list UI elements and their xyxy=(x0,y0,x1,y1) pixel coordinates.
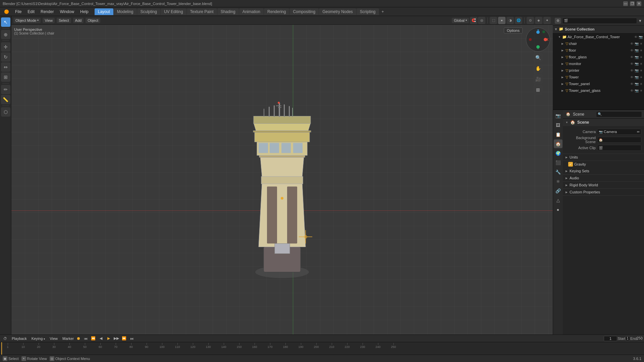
viewport-shading-wire[interactable]: ⬚ xyxy=(490,17,497,24)
proportional-edit-button[interactable]: ◎ xyxy=(478,17,485,24)
gravity-checkbox[interactable]: ✓ xyxy=(568,162,573,167)
grid-gizmo-button[interactable]: ⊞ xyxy=(533,85,543,95)
render-vis-icon[interactable]: ☀ xyxy=(640,55,643,59)
add-menu[interactable]: Add xyxy=(73,18,84,23)
object-menu[interactable]: Object xyxy=(86,18,100,23)
tab-geometry-nodes[interactable]: Geometry Nodes xyxy=(319,8,356,15)
eye-icon[interactable]: 👁 xyxy=(630,69,634,72)
end-frame[interactable]: 250 xyxy=(637,336,642,341)
camera-vis-icon[interactable]: 📷 xyxy=(635,69,639,72)
eye-icon[interactable]: 👁 xyxy=(630,89,634,93)
constraints-props-button[interactable]: 🔗 xyxy=(554,186,562,195)
cursor-tool-button[interactable]: ⊕ xyxy=(1,30,10,39)
active-clip-value[interactable]: 🎬 xyxy=(597,145,641,151)
tab-layout[interactable]: Layout xyxy=(95,8,113,15)
viewport-shading-solid[interactable]: ● xyxy=(498,17,505,24)
eye-icon[interactable]: 👁 xyxy=(630,82,634,86)
data-props-button[interactable]: △ xyxy=(554,196,562,204)
render-vis-icon[interactable]: ☀ xyxy=(640,42,643,46)
render-props-button[interactable]: 📷 xyxy=(554,111,562,120)
units-section[interactable]: ▶ Units xyxy=(563,154,644,161)
outliner-item-floor-glass[interactable]: ▶ ▽ floor_glass 👁 📷 ☀ xyxy=(553,54,644,60)
world-props-button[interactable]: 🌍 xyxy=(554,149,562,158)
measure-tool-button[interactable]: 📏 xyxy=(1,95,10,104)
menu-blender[interactable]: 🟠 xyxy=(1,9,12,15)
viewport-options-button[interactable]: Options xyxy=(504,27,523,34)
tab-texture-paint[interactable]: Texture Paint xyxy=(187,8,217,15)
camera-vis-icon[interactable]: 📷 xyxy=(635,75,639,79)
add-workspace-button[interactable]: + xyxy=(380,9,386,15)
3d-viewport[interactable]: User Perspective (1) Scene Collection | … xyxy=(11,25,553,335)
next-frame-button[interactable]: ▶▶ xyxy=(113,335,120,342)
move-tool-button[interactable]: ✛ xyxy=(1,42,10,52)
window-controls[interactable]: — ❐ ✕ xyxy=(623,1,641,6)
view-mode-selector[interactable]: Object Mode ▾ xyxy=(13,18,41,23)
add-tool-button[interactable]: ⬡ xyxy=(1,107,10,117)
show-overlays-button[interactable]: ◈ xyxy=(535,17,542,24)
prev-keyframe-button[interactable]: ⏪ xyxy=(90,335,97,342)
camera-vis-icon[interactable]: 📷 xyxy=(639,35,643,39)
scene-section-header[interactable]: ▼ 🏠 Scene xyxy=(563,119,644,126)
eye-icon[interactable]: 👁 xyxy=(630,55,634,59)
background-scene-value[interactable]: 🏠 xyxy=(597,137,641,143)
eye-icon[interactable]: 👁 xyxy=(634,35,638,39)
camera-edit-icon[interactable]: ✏ xyxy=(637,130,640,134)
snap-button[interactable]: 🧲 xyxy=(470,17,477,24)
start-frame[interactable]: 1 xyxy=(625,336,630,341)
object-props-button[interactable]: ⬛ xyxy=(554,158,562,167)
prev-frame-button[interactable]: ◀ xyxy=(98,335,104,342)
menu-window[interactable]: Window xyxy=(57,9,77,15)
menu-render[interactable]: Render xyxy=(38,9,56,15)
material-props-button[interactable]: ● xyxy=(554,205,562,214)
camera-vis-icon[interactable]: 📷 xyxy=(635,89,639,93)
select-menu[interactable]: Select xyxy=(57,18,71,23)
outliner-item-monitor[interactable]: ▶ ▽ monitor 👁 📷 ☀ xyxy=(553,60,644,67)
jump-start-button[interactable]: ⏮ xyxy=(82,335,89,342)
camera-vis-icon[interactable]: 📷 xyxy=(635,49,639,52)
eye-icon[interactable]: 👁 xyxy=(630,49,634,52)
play-button[interactable]: ▶ xyxy=(105,335,112,342)
annotate-tool-button[interactable]: ✏ xyxy=(1,85,10,94)
render-vis-icon[interactable]: ☀ xyxy=(640,62,643,66)
outliner-item-tower-panel[interactable]: ▶ ▽ Tower_panel 👁 📷 ☀ xyxy=(553,80,644,87)
tab-uv-editing[interactable]: UV Editing xyxy=(161,8,186,15)
properties-search-input[interactable] xyxy=(596,111,642,117)
menu-file[interactable]: File xyxy=(12,9,24,15)
view-layer-props-button[interactable]: 📋 xyxy=(554,130,562,139)
jump-end-button[interactable]: ⏭ xyxy=(128,335,135,342)
physics-props-button[interactable]: ⚛ xyxy=(554,177,562,186)
outliner-item-tower[interactable]: ▶ ▽ Tower 👁 📷 ☀ xyxy=(553,74,644,80)
camera-vis-icon[interactable]: 📷 xyxy=(635,82,639,86)
view-menu-timeline[interactable]: View xyxy=(48,336,59,341)
eye-icon[interactable]: 👁 xyxy=(630,42,634,46)
xray-button[interactable]: ✦ xyxy=(543,17,551,24)
tab-shading[interactable]: Shading xyxy=(217,8,239,15)
output-props-button[interactable]: 🖼 xyxy=(554,121,562,129)
view-menu[interactable]: View xyxy=(43,18,55,23)
outliner-item-tower-panel-glass[interactable]: ▶ ▽ Tower_panel_glass 👁 📷 ☀ xyxy=(553,87,644,94)
minimize-button[interactable]: — xyxy=(623,1,628,6)
tab-modeling[interactable]: Modeling xyxy=(114,8,137,15)
modifier-props-button[interactable]: 🔧 xyxy=(554,168,562,176)
playback-menu[interactable]: Playback xyxy=(10,336,28,341)
outliner-search-input[interactable] xyxy=(562,18,637,24)
timeline-ruler[interactable]: 1 10 20 30 40 50 60 70 80 90 100 110 120… xyxy=(0,342,644,355)
viewport-shading-lpe[interactable]: ◑ xyxy=(506,17,514,24)
tab-scripting[interactable]: Scripting xyxy=(357,8,379,15)
camera-gizmo-button[interactable]: 🎥 xyxy=(533,74,543,84)
eye-icon[interactable]: 👁 xyxy=(630,62,634,66)
outliner-item-floor[interactable]: ▶ ▽ floor 👁 📷 ☀ xyxy=(553,47,644,54)
render-vis-icon[interactable]: ☀ xyxy=(640,49,643,52)
next-keyframe-button[interactable]: ⏩ xyxy=(121,335,127,342)
camera-vis-icon[interactable]: 📷 xyxy=(635,62,639,66)
outliner-collection-item[interactable]: ▼ 📁 Air_Force_Base_Control_Tower 👁 📷 xyxy=(553,34,644,40)
restore-button[interactable]: ❐ xyxy=(630,1,635,6)
current-frame-display[interactable]: 1 xyxy=(604,336,617,341)
scene-props-button[interactable]: 🏠 xyxy=(554,139,562,148)
render-vis-icon[interactable]: ☀ xyxy=(640,69,643,72)
camera-value[interactable]: 📷 Camera ✏ xyxy=(597,129,641,135)
outliner-filter-icon[interactable]: ▼ xyxy=(638,19,642,23)
rigid-body-world-section[interactable]: ▶ Rigid Body World xyxy=(563,182,644,189)
outliner-item-printer[interactable]: ▶ ▽ printer 👁 📷 ☀ xyxy=(553,67,644,74)
menu-help[interactable]: Help xyxy=(77,9,91,15)
